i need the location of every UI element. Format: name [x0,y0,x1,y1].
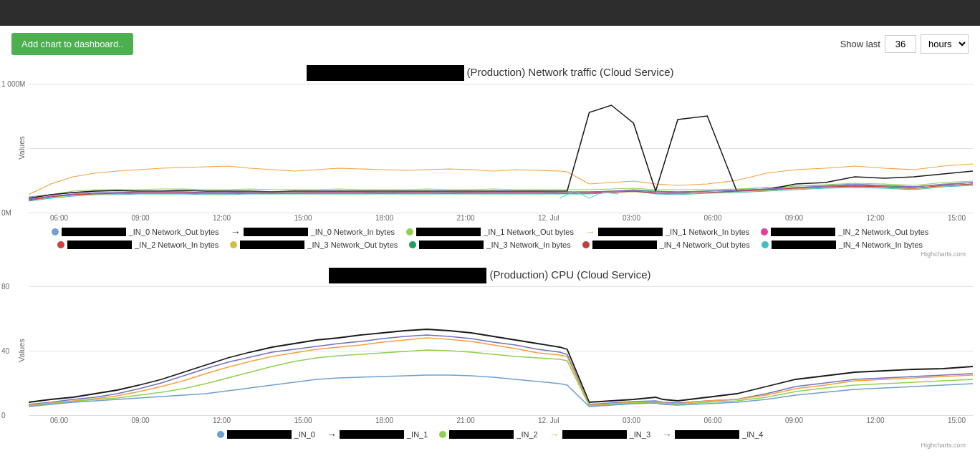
legend2-dot-in0 [217,431,224,438]
chart2-y-label: Values [14,286,29,415]
legend2-item-in3: → _IN_3 [549,429,650,440]
legend-dot-in4-out [582,241,590,248]
chart1-title-redacted [307,65,464,81]
legend2-arrow-in4: → [662,429,672,440]
legend-redacted [67,241,132,249]
legend-arrow-in0-in: → [231,226,241,238]
legend-item-in1-out: _IN_1 Network_Out bytes [406,226,574,238]
legend-redacted [244,228,308,236]
legend-dot-in3-in [409,241,416,248]
chart2-wrapper: Values 80 40 0 [14,286,973,415]
chart2-title: (Production) CPU (Cloud Service) [7,268,973,283]
chart2-y-min: 0 [1,412,6,419]
legend-item-in2-in: _IN_2 Network_In bytes [57,241,218,249]
chart2-inner: 80 40 0 [29,286,973,415]
chart1-legend: _IN_0 Network_Out bytes → _IN_0 Network_… [7,226,973,249]
legend-redacted [598,228,663,236]
chart1-inner: 1 000M 0M [29,84,973,213]
legend-redacted [227,430,292,439]
legend-item-in0-out: _IN_0 Network_Out bytes [52,226,219,238]
chart2-gridline-bot [29,415,973,416]
legend-dot-in1-out [406,228,413,235]
legend-redacted [772,241,836,249]
chart1-wrapper: Values 1 000M 0M [14,84,973,213]
legend-item-in4-in: _IN_4 Network_In bytes [762,241,923,249]
legend2-item-in1: → _IN_1 [327,429,428,440]
chart1-y-max: 1 000M [1,80,25,88]
time-unit-select[interactable]: hours [921,34,969,54]
chart2-svg [29,286,973,415]
legend-redacted [592,241,657,249]
chart1-y-min: 0M [1,209,11,217]
show-last-label: Show last [840,39,880,49]
chart1-gridline-bot [29,213,973,213]
legend-item-in1-in: → _IN_1 Network_In bytes [585,226,749,238]
legend-redacted [419,241,484,249]
legend2-arrow-in3: → [549,429,559,440]
legend-dot-in0-out [52,228,59,235]
legend2-dot-in2 [439,431,446,438]
chart2-title-redacted [329,268,486,283]
show-last-area: Show last hours [840,34,969,54]
legend2-item-in2: _IN_2 [439,429,537,440]
legend-redacted [416,228,481,236]
legend-redacted [771,228,835,236]
show-last-input[interactable] [885,35,916,53]
legend-item-in3-out: _IN_3 Network_Out bytes [230,241,398,249]
chart1-title: (Production) Network traffic (Cloud Serv… [7,65,973,81]
chart2-x-labels: 06:00 09:00 12:00 15:00 18:00 21:00 12. … [50,415,966,424]
top-bar [0,0,980,26]
add-chart-button[interactable]: Add chart to dashboard.. [11,33,133,55]
legend2-item-in4: → _IN_4 [662,429,763,440]
chart1-credit: Highcharts.com [7,251,966,258]
chart2-legend: _IN_0 → _IN_1 _IN_2 → _IN_3 → _IN_4 [7,429,973,440]
legend-item-in2-out: _IN_2 Network_Out bytes [761,226,928,238]
legend-redacted [240,241,304,249]
legend-redacted [675,430,739,439]
legend-dot-in2-out [761,228,768,235]
chart2-credit: Highcharts.com [7,442,966,449]
legend-dot-in3-out [230,241,237,248]
legend-redacted [62,228,126,236]
legend-item-in3-in: _IN_3 Network_In bytes [409,241,570,249]
legend-dot-in4-in [762,241,769,248]
legend-item-in4-out: _IN_4 Network_Out bytes [582,241,750,249]
cpu-section: (Production) CPU (Cloud Service) Values … [0,268,980,456]
legend-redacted [449,430,514,439]
network-traffic-section: (Production) Network traffic (Cloud Serv… [0,65,980,265]
legend2-item-in0: _IN_0 [217,429,315,440]
chart1-svg [29,84,973,213]
legend-redacted [562,430,627,439]
chart1-y-label: Values [14,84,29,213]
legend-dot-in2-in [57,241,64,248]
chart1-x-labels: 06:00 09:00 12:00 15:00 18:00 21:00 12. … [50,213,966,222]
toolbar: Add chart to dashboard.. Show last hours [0,26,980,62]
legend-item-in0-in: → _IN_0 Network_In bytes [231,226,395,238]
legend-redacted [340,430,404,439]
chart2-y-mid: 40 [1,347,9,355]
chart2-y-max: 80 [1,283,9,291]
legend-arrow-in1-in: → [585,226,595,238]
legend2-arrow-in1: → [327,429,337,440]
